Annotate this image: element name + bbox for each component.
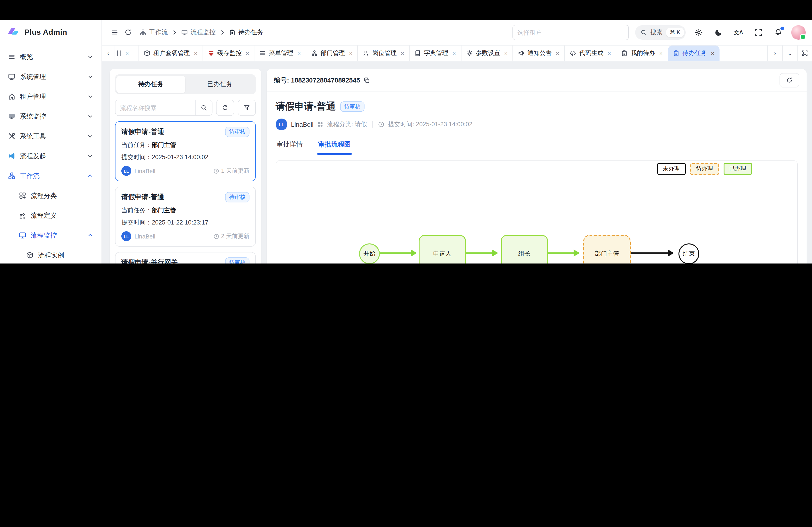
- design-icon: [19, 212, 26, 219]
- content-area: 待办任务 已办任务 请假申请-普: [102, 61, 812, 264]
- notifications-button[interactable]: [771, 26, 785, 39]
- sidebar-item-label: 流程定义: [31, 211, 57, 220]
- breadcrumb-item-todo-tasks[interactable]: 待办任务: [229, 28, 263, 36]
- sidebar-item-system-tools[interactable]: 系统工具: [4, 126, 98, 146]
- list-icon: [259, 50, 266, 56]
- sidebar-item-process-monitor[interactable]: 流程监控: [4, 225, 98, 245]
- tools-icon: [8, 133, 15, 140]
- toggle-todo-tasks[interactable]: 待办任务: [116, 76, 185, 93]
- tabs-dropdown-button[interactable]: ⌄: [782, 46, 797, 61]
- status-badge: 待审核: [225, 127, 249, 137]
- sidebar-item-process-definition[interactable]: 流程定义: [4, 206, 98, 225]
- task-card[interactable]: 请假申请-普通 待审核 当前任务：部门主管 提交时间：2025-01-23 14…: [115, 121, 256, 181]
- logo-icon: [7, 26, 20, 39]
- breadcrumb-item-workflow[interactable]: 工作流: [140, 28, 168, 36]
- tab-approval-details[interactable]: 审批详情: [276, 137, 304, 154]
- process-search-box: [115, 100, 213, 116]
- sidebar-item-process-instance[interactable]: 流程实例: [4, 245, 98, 264]
- flow-node-applicant: 申请人: [419, 235, 466, 264]
- close-icon[interactable]: ×: [452, 50, 456, 57]
- sidebar-item-label: 流程发起: [20, 152, 46, 160]
- app-window: Plus Admin 概览 系统管理 租户管理: [0, 0, 812, 264]
- refresh-page-button[interactable]: [125, 29, 132, 36]
- tab-dict-management[interactable]: 字典管理×: [410, 46, 461, 61]
- flow-node-dept-manager: 部门主管: [583, 235, 630, 264]
- close-icon[interactable]: ×: [194, 50, 197, 57]
- tenant-select-input[interactable]: [512, 25, 629, 40]
- sidebar-item-overview[interactable]: 概览: [4, 47, 98, 67]
- language-button[interactable]: 文A: [732, 26, 745, 39]
- global-search-button[interactable]: 搜索 ⌘ K: [635, 25, 686, 40]
- filter-button[interactable]: [238, 100, 256, 116]
- tab-todo-tasks[interactable]: 待办任务×: [668, 46, 719, 61]
- tab-approval-flowchart[interactable]: 审批流程图: [317, 137, 352, 154]
- close-icon[interactable]: ×: [401, 50, 404, 57]
- sidebar-item-system-monitor[interactable]: 系统监控: [4, 106, 98, 126]
- close-icon[interactable]: ×: [711, 50, 714, 57]
- tab-my-todo[interactable]: 我的待办×: [617, 46, 668, 61]
- sidebar-item-label: 系统工具: [20, 132, 46, 140]
- user-avatar[interactable]: [791, 25, 806, 40]
- detail-refresh-button[interactable]: [780, 73, 799, 88]
- sidebar-item-tenant-management[interactable]: 租户管理: [4, 87, 98, 106]
- sidebar-item-process-category[interactable]: 流程分类: [4, 186, 98, 206]
- tab-cache-monitor[interactable]: 缓存监控×: [203, 46, 255, 61]
- task-card[interactable]: 请假申请-并行网关 待审核 当前任务：CEO 提交时间：2025-01-18 0…: [115, 252, 256, 264]
- close-icon[interactable]: ×: [246, 50, 249, 57]
- settings-button[interactable]: [692, 26, 706, 39]
- sitemap-icon: [140, 29, 146, 35]
- logo-text: Plus Admin: [24, 28, 67, 37]
- tab-param-settings[interactable]: 参数设置×: [461, 46, 513, 61]
- tab-tenant-package[interactable]: 租户套餐管理×: [139, 46, 203, 61]
- flow-node-end: 结束: [679, 243, 699, 264]
- sidebar-item-workflow[interactable]: 工作流: [4, 166, 98, 186]
- search-icon: [201, 105, 207, 111]
- tab-department-management[interactable]: 部门管理×: [306, 46, 358, 61]
- close-icon[interactable]: ×: [126, 50, 129, 57]
- sidebar-item-label: 概览: [20, 52, 33, 61]
- tab-code-gen[interactable]: 代码生成×: [565, 46, 617, 61]
- clipboard-icon: [229, 29, 235, 35]
- toggle-done-tasks[interactable]: 已办任务: [185, 76, 255, 93]
- tab-notice[interactable]: 通知公告×: [513, 46, 565, 61]
- dark-mode-button[interactable]: [712, 26, 725, 39]
- task-card[interactable]: 请假申请-普通 待审核 当前任务：部门主管 提交时间：2025-01-22 10…: [115, 187, 256, 246]
- sidebar: Plus Admin 概览 系统管理 租户管理: [0, 20, 102, 264]
- display-icon: [8, 113, 15, 120]
- code-icon: [570, 50, 576, 56]
- search-button[interactable]: [195, 100, 212, 116]
- copy-button[interactable]: [364, 77, 370, 84]
- card-title: 请假申请-普通: [121, 193, 164, 201]
- tabs-scroll-right-button[interactable]: ›: [767, 46, 782, 61]
- sidebar-item-system-management[interactable]: 系统管理: [4, 67, 98, 87]
- tab-menu-management[interactable]: 菜单管理×: [255, 46, 306, 61]
- home-icon: [8, 93, 15, 100]
- notification-dot: [780, 27, 784, 30]
- content-fullscreen-button[interactable]: [797, 46, 812, 61]
- chevron-right-icon: ›: [774, 49, 776, 57]
- sidebar-item-process-start[interactable]: 流程发起: [4, 146, 98, 166]
- monitor-icon: [8, 73, 15, 80]
- avatar: LL: [121, 166, 131, 176]
- breadcrumb: 工作流 流程监控 待办任务: [140, 28, 263, 36]
- online-status-dot: [800, 34, 806, 40]
- close-icon[interactable]: ×: [608, 50, 611, 57]
- fullscreen-button[interactable]: [752, 26, 765, 39]
- card-title: 请假申请-并行网关: [121, 258, 178, 264]
- tab-post-management[interactable]: 岗位管理×: [358, 46, 410, 61]
- divider: [372, 121, 373, 127]
- close-icon[interactable]: ×: [659, 50, 663, 57]
- close-icon[interactable]: ×: [349, 50, 352, 57]
- process-search-input[interactable]: [115, 100, 195, 116]
- chevron-left-icon: ‹: [107, 49, 109, 57]
- tabs-scroll-left-button[interactable]: ‹: [102, 46, 115, 61]
- tab-clipped[interactable]: ×: [115, 46, 139, 61]
- menu-toggle-button[interactable]: [111, 29, 118, 36]
- breadcrumb-item-process-monitor[interactable]: 流程监控: [182, 28, 216, 36]
- close-icon[interactable]: ×: [297, 50, 301, 57]
- sitemap-icon: [8, 172, 15, 179]
- chevron-down-icon: [87, 113, 93, 119]
- reset-button[interactable]: [216, 100, 234, 116]
- close-icon[interactable]: ×: [504, 50, 508, 57]
- close-icon[interactable]: ×: [556, 50, 559, 57]
